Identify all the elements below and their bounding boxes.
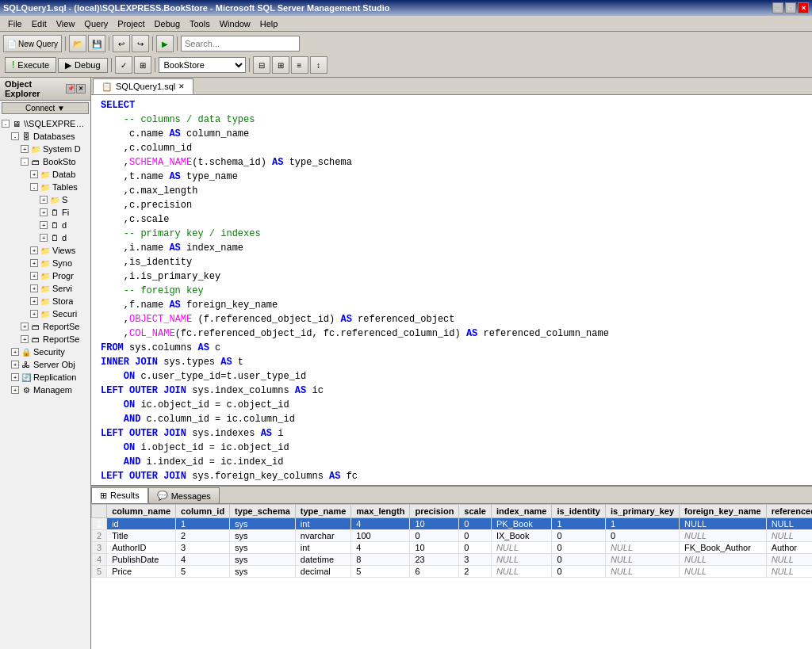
table-row[interactable]: 4 PublishDate 4 sys datetime 8 23 3 NULL…: [92, 554, 813, 566]
database-selector[interactable]: BookStore: [159, 57, 246, 73]
tree-expander-views[interactable]: +: [30, 246, 38, 254]
tree-expander-servi[interactable]: +: [30, 284, 38, 292]
tree-node-sqlexpress[interactable]: - 🖥 \\SQLEXPRESS (S: [0, 117, 90, 130]
menu-edit[interactable]: Edit: [27, 17, 52, 30]
toolbar-extra-4[interactable]: ↕: [310, 56, 327, 74]
cell-foreign-key-name: FK_Book_Author: [680, 542, 767, 554]
debug-button[interactable]: ▶ Debug: [58, 58, 107, 73]
results-tab-messages[interactable]: 💬 Messages: [148, 487, 220, 503]
tree-node-syno[interactable]: + 📁 Syno: [0, 257, 90, 269]
cell-type-schema: sys: [230, 530, 296, 542]
results-tab-results[interactable]: ⊞ Results: [91, 487, 148, 503]
results-grid[interactable]: column_name column_id type_schema type_n…: [91, 504, 812, 649]
tree-node-databases[interactable]: - 🗄 Databases: [0, 130, 90, 143]
tree-expander-security[interactable]: +: [11, 348, 19, 356]
tree-node-serverobj[interactable]: + 🖧 Server Obj: [0, 358, 90, 371]
cell-referenced-object: NULL: [766, 554, 812, 566]
toolbar-extra-3[interactable]: ≡: [291, 56, 308, 74]
tree-node-d1[interactable]: + 🗒 d: [0, 219, 90, 231]
menu-query[interactable]: Query: [79, 17, 113, 30]
toolbar-extra-1[interactable]: ⊟: [253, 56, 270, 74]
tree-node-security[interactable]: + 🔒 Security: [0, 345, 90, 358]
tree-node-reportse2[interactable]: + 🗃 ReportSe: [0, 333, 90, 345]
tree-expander-stora[interactable]: +: [30, 297, 38, 305]
menu-help[interactable]: Help: [255, 17, 283, 30]
table-row[interactable]: 3 AuthorID 3 sys int 4 10 0 NULL 0 NULL …: [92, 542, 813, 554]
debug-label: Debug: [75, 60, 100, 70]
menu-file[interactable]: File: [3, 17, 27, 30]
tree-node-systemdb[interactable]: + 📁 System D: [0, 143, 90, 155]
tree-expander-serverobj[interactable]: +: [11, 361, 19, 368]
tree-node-replication[interactable]: + 🔄 Replication: [0, 371, 90, 384]
cell-is-primary-key: NULL: [605, 554, 679, 566]
tree-node-reportse1[interactable]: + 🗃 ReportSe: [0, 320, 90, 333]
tree-expander-sqlexpress[interactable]: -: [2, 120, 10, 128]
tree-expander-systables[interactable]: +: [40, 196, 48, 204]
tree-node-views[interactable]: + 📁 Views: [0, 244, 90, 257]
tree-expander-d1[interactable]: +: [40, 221, 48, 229]
table-row[interactable]: 2 Title 2 sys nvarchar 100 0 0 IX_Book 0…: [92, 530, 813, 542]
tree-expander-reportse1[interactable]: +: [21, 323, 29, 330]
results-tabs: ⊞ Results 💬 Messages: [91, 487, 812, 504]
maximize-button[interactable]: □: [785, 2, 796, 13]
tree-expander-bookstore[interactable]: -: [21, 158, 29, 166]
toolbar-extra-2[interactable]: ⊞: [272, 56, 289, 74]
undo-button[interactable]: ↩: [113, 35, 130, 52]
tree-label-stora: Stora: [52, 296, 73, 306]
tree-node-diagrams[interactable]: + 📁 Datab: [0, 168, 90, 181]
row-num-1: 1: [92, 518, 107, 530]
menu-debug[interactable]: Debug: [150, 17, 185, 30]
tree-expander-diagrams[interactable]: +: [30, 170, 38, 178]
cell-scale: 2: [459, 566, 492, 578]
tree-node-servi[interactable]: + 📁 Servi: [0, 282, 90, 295]
tree-node-d2[interactable]: + 🗒 d: [0, 231, 90, 244]
close-button[interactable]: ✕: [798, 2, 809, 13]
save-button[interactable]: 💾: [88, 35, 105, 52]
cell-precision: 10: [410, 518, 459, 530]
menu-tools[interactable]: Tools: [185, 17, 215, 30]
tree-expander-securi[interactable]: +: [30, 310, 38, 318]
search-input[interactable]: [181, 36, 300, 52]
tree-expander-progr[interactable]: +: [30, 272, 38, 280]
minimize-button[interactable]: _: [772, 2, 783, 13]
tree-expander-d2[interactable]: +: [40, 234, 48, 242]
execute-button[interactable]: ! Execute: [5, 57, 56, 73]
menu-view[interactable]: View: [52, 17, 80, 30]
check-button[interactable]: ✓: [115, 56, 132, 74]
tree-expander-replication[interactable]: +: [11, 373, 19, 381]
tree-expander-systemdb[interactable]: +: [21, 145, 29, 153]
tree-node-securi[interactable]: + 📁 Securi: [0, 307, 90, 320]
panel-pin-button[interactable]: 📌: [66, 84, 75, 94]
parse-button[interactable]: ⊞: [134, 56, 151, 74]
menu-project[interactable]: Project: [113, 17, 149, 30]
panel-close-button[interactable]: ✕: [76, 84, 86, 94]
new-query-button[interactable]: 📄 New Query: [3, 35, 62, 52]
tree-expander-management[interactable]: +: [11, 386, 19, 394]
connect-button[interactable]: Connect ▼: [2, 102, 89, 114]
tree-expander-syno[interactable]: +: [30, 259, 38, 267]
query-editor[interactable]: SELECT -- columns / data types c.name AS…: [91, 95, 812, 485]
tree-node-stora[interactable]: + 📁 Stora: [0, 295, 90, 307]
toolbar-sep-2: [109, 36, 109, 51]
reportse1-icon: 🗃: [30, 321, 41, 332]
tree-expander-fi[interactable]: +: [40, 208, 48, 216]
tree-expander-tables[interactable]: -: [30, 183, 38, 191]
tree-node-tables[interactable]: - 📁 Tables: [0, 181, 90, 193]
query-tab-close[interactable]: ✕: [178, 82, 185, 90]
replication-icon: 🔄: [21, 372, 32, 383]
tree-node-systables[interactable]: + 📁 S: [0, 193, 90, 206]
tree-expander-reportse2[interactable]: +: [21, 335, 29, 343]
tree-node-bookstore[interactable]: - 🗃 BookSto: [0, 155, 90, 168]
table-row[interactable]: 5 Price 5 sys decimal 5 6 2 NULL 0 NULL …: [92, 566, 813, 578]
tree-label-bookstore: BookSto: [43, 157, 76, 166]
menu-window[interactable]: Window: [215, 17, 255, 30]
table-row[interactable]: 1 id 1 sys int 4 10 0 PK_Book 1 1 NULL N…: [92, 518, 813, 530]
query-tab[interactable]: 📋 SQLQuery1.sql ✕: [93, 78, 193, 94]
open-button[interactable]: 📂: [69, 35, 86, 52]
tree-node-fi[interactable]: + 🗒 Fi: [0, 206, 90, 219]
tree-node-progr[interactable]: + 📁 Progr: [0, 269, 90, 282]
tree-node-management[interactable]: + ⚙ Managem: [0, 384, 90, 396]
run-button[interactable]: ▶: [156, 35, 174, 52]
redo-button[interactable]: ↪: [132, 35, 149, 52]
tree-expander-databases[interactable]: -: [11, 132, 19, 140]
